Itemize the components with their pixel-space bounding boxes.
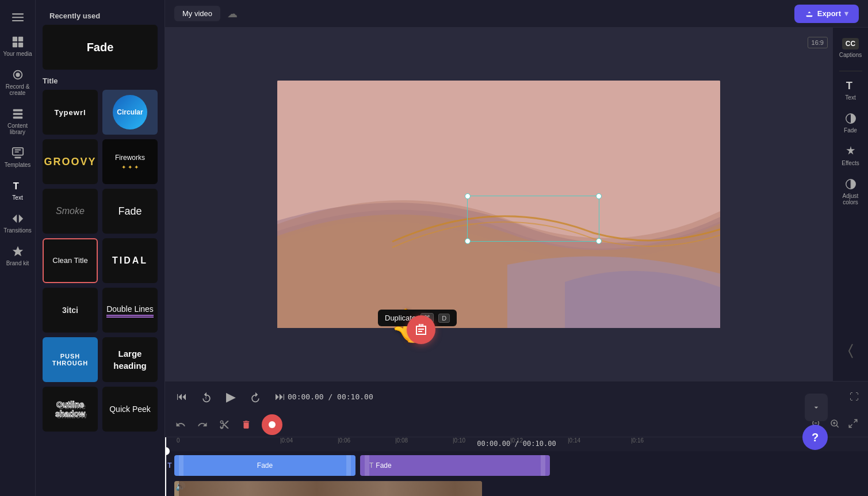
title-card-fireworks[interactable]: Fireworks ✦ ✦ ✦: [102, 139, 158, 184]
svg-line-30: [836, 425, 839, 428]
svg-rect-6: [18, 43, 22, 47]
recently-used-label: Recently used: [43, 5, 158, 25]
fullscreen-button[interactable]: ⛶: [850, 392, 859, 402]
track-content-video: 🔊: [174, 480, 868, 496]
title-card-push-through[interactable]: PUSH THROUGH: [43, 337, 98, 382]
right-tools-panel: CC Captions T Text Fade Effects Adjust c…: [832, 28, 868, 381]
title-card-large-heading[interactable]: Large heading: [102, 337, 158, 382]
top-bar-right: Export ▾: [794, 5, 859, 23]
wave-decoration: [277, 81, 720, 328]
right-tool-text[interactable]: T Text: [833, 74, 869, 106]
cloud-icon: ☁: [227, 7, 238, 20]
title-card-outline-shadow[interactable]: Outline shadow: [43, 387, 98, 432]
svg-rect-9: [13, 109, 22, 112]
timeline-time-display: 00:00.00 / 00:10.00: [477, 440, 556, 448]
redo-button[interactable]: [194, 417, 211, 432]
title-card-bitci[interactable]: 3itci: [43, 288, 98, 333]
captions-badge: CC: [842, 38, 859, 49]
track-row-text: T Fade T Fade: [165, 453, 868, 478]
svg-rect-11: [13, 117, 22, 119]
title-card-tidal[interactable]: TIDAL: [102, 238, 158, 283]
delete-button[interactable]: [238, 417, 255, 432]
aspect-ratio-button[interactable]: 16:9: [808, 37, 828, 48]
svg-rect-2: [12, 20, 24, 21]
rewind-5s-button[interactable]: 5: [198, 389, 215, 405]
svg-line-33: [854, 419, 857, 422]
title-grid: Typewrl Circular GROOVY Fireworks ✦ ✦ ✦ …: [36, 90, 165, 438]
sidebar-item-brand-kit[interactable]: Brand kit: [0, 239, 36, 272]
cut-button[interactable]: [216, 417, 233, 432]
svg-rect-15: [14, 157, 21, 158]
project-name-button[interactable]: My video: [174, 6, 220, 21]
timeline-toolbar: [165, 412, 868, 437]
fit-to-window-button[interactable]: [845, 417, 861, 432]
drag-record-button[interactable]: [407, 315, 435, 344]
record-button-timeline[interactable]: [262, 414, 282, 435]
track-row-video: 🔊: [165, 480, 868, 496]
title-card-groovy[interactable]: GROOVY: [43, 139, 98, 184]
right-tool-adjust-colors[interactable]: Adjust colors: [833, 172, 869, 211]
title-card-clean-title[interactable]: Clean Title: [43, 238, 98, 283]
video-preview: [277, 81, 720, 328]
ruler-mark-6: |0:06: [338, 437, 350, 444]
preview-right-container: 16:9: [165, 28, 868, 381]
clip-handle-right-1[interactable]: [346, 455, 351, 476]
sidebar-item-transitions[interactable]: Transitions: [0, 207, 36, 239]
skip-start-button[interactable]: ⏮: [174, 388, 189, 405]
export-button[interactable]: Export ▾: [794, 5, 859, 23]
undo-button[interactable]: [172, 417, 189, 432]
controls-bar: ⏮ 5 ▶ ⏭ 00:00.00 / 00:10.00 ⛶: [165, 381, 868, 412]
clip-handle-left-2[interactable]: [365, 455, 369, 476]
title-card-double-lines[interactable]: Double Lines: [102, 288, 158, 333]
ctrl-center: ⏮ 5 ▶ ⏭: [174, 387, 288, 407]
track-label-text: T: [165, 461, 174, 470]
right-panel-collapse[interactable]: [846, 339, 856, 365]
preview-area: 16:9: [165, 28, 832, 381]
help-dropdown-chevron[interactable]: [806, 397, 827, 418]
forward-5s-button[interactable]: [247, 389, 263, 405]
right-tool-fade[interactable]: Fade: [833, 106, 869, 139]
clip-fade-1[interactable]: Fade: [174, 455, 355, 476]
clip-type-icon: T: [369, 461, 373, 470]
playhead[interactable]: [165, 451, 166, 496]
clip-handle-left-1[interactable]: [179, 455, 183, 476]
svg-rect-3: [12, 37, 17, 41]
time-display: 00:00.00 / 00:10.00: [288, 392, 373, 401]
track-content-text: Fade T Fade: [174, 453, 868, 478]
right-tool-captions[interactable]: CC Captions: [833, 32, 869, 64]
sidebar-item-content-library[interactable]: Content library: [0, 102, 36, 141]
title-card-typewriter[interactable]: Typewrl: [43, 90, 98, 135]
ruler-marks: 0 |0:04 |0:06 |0:08 |0:10 |0:12 |0:14 |0…: [165, 437, 868, 451]
title-card-fade[interactable]: Fade: [102, 189, 158, 234]
ruler-mark-4: |0:04: [280, 437, 293, 444]
play-button[interactable]: ▶: [224, 387, 238, 407]
right-tool-effects[interactable]: Effects: [833, 139, 869, 172]
svg-text:T: T: [846, 79, 852, 91]
svg-text:5: 5: [205, 396, 207, 400]
ruler-mark-16: |0:16: [631, 437, 644, 444]
video-clip-handle-left[interactable]: 🔊: [174, 481, 179, 496]
hamburger-menu[interactable]: [0, 5, 36, 30]
main-area: My video ☁ Export ▾ 16:9: [165, 0, 868, 496]
sidebar-item-text[interactable]: T Text: [0, 174, 36, 207]
ruler-mark-0: 0: [177, 437, 180, 444]
sidebar-item-your-media[interactable]: Your media: [0, 30, 36, 63]
svg-rect-14: [14, 151, 18, 152]
fade-card-recent[interactable]: Fade: [43, 25, 158, 70]
title-card-circular[interactable]: Circular: [102, 90, 158, 135]
video-canvas: [277, 81, 720, 328]
title-card-smoke[interactable]: Smoke: [43, 189, 98, 234]
title-card-quick-peek[interactable]: Quick Peek: [102, 387, 158, 432]
zoom-in-button[interactable]: [827, 417, 843, 432]
sidebar-item-record-create[interactable]: Record & create: [0, 63, 36, 102]
clip-video-1[interactable]: 🔊: [174, 481, 482, 496]
ruler-mark-10: |0:10: [453, 437, 465, 444]
svg-rect-10: [13, 113, 22, 115]
timeline-ruler: 0 |0:04 |0:06 |0:08 |0:10 |0:12 |0:14 |0…: [165, 437, 868, 451]
skip-end-button[interactable]: ⏭: [273, 388, 288, 405]
clip-fade-2[interactable]: T Fade: [360, 455, 550, 476]
help-button[interactable]: ?: [802, 425, 828, 450]
sidebar-item-templates[interactable]: Templates: [0, 141, 36, 174]
clip-handle-right-2[interactable]: [541, 455, 545, 476]
bottom-area: ⏮ 5 ▶ ⏭ 00:00.00 / 00:10.00 ⛶: [165, 381, 868, 496]
